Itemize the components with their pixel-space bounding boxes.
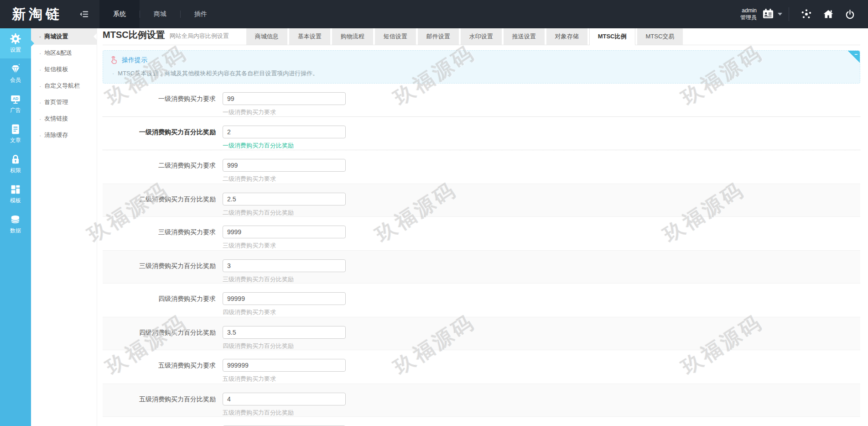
submenu-item-label: 清除缓存	[44, 131, 68, 139]
tab-购物流程[interactable]: 购物流程	[332, 28, 373, 45]
field-wrap: 一级消费购买力百分比奖励	[223, 126, 346, 150]
field-input-二级消费购买力百分比奖励[interactable]	[223, 193, 346, 205]
caret-down-icon[interactable]	[778, 13, 782, 16]
hand-pointer-icon	[109, 55, 118, 65]
submenu-item-地区&配送[interactable]: ·地区&配送	[31, 45, 97, 61]
power-icon[interactable]	[839, 9, 861, 20]
lock-icon	[10, 153, 21, 165]
field-input-一级消费购买力要求[interactable]	[223, 92, 346, 105]
field-hint: 四级消费购买力百分比奖励	[223, 342, 346, 350]
form-row: 二级消费购买力要求二级消费购买力要求	[103, 150, 860, 184]
field-label: 二级消费购买力要求	[103, 159, 216, 184]
tab-商城信息[interactable]: 商城信息	[246, 28, 287, 45]
field-label: 三级消费购买力百分比奖励	[103, 259, 216, 283]
user-role: 管理员	[740, 14, 757, 21]
settings-form: 一级消费购买力要求一级消费购买力要求一级消费购买力百分比奖励一级消费购买力百分比…	[103, 84, 860, 426]
notice-text: MTSC基本设置，商城及其他模块相关内容在其各自栏目设置项内进行操作。	[118, 70, 318, 77]
share-nodes-icon[interactable]	[795, 9, 817, 20]
submenu-item-商城设置[interactable]: ·商城设置	[31, 28, 97, 45]
top-menu-item-插件[interactable]: 插件	[181, 0, 221, 28]
field-label: 四级消费购买力要求	[103, 292, 216, 317]
home-icon[interactable]	[817, 9, 839, 20]
page-title: MTSC比例设置	[103, 29, 165, 41]
top-bar: 新淘链 系统商城插件 admin 管理员	[0, 0, 868, 28]
menu-fold-icon[interactable]	[73, 0, 96, 28]
tab-MTSC交易[interactable]: MTSC交易	[637, 28, 683, 45]
tab-对象存储[interactable]: 对象存储	[546, 28, 587, 45]
field-label: 三级消费购买力要求	[103, 226, 216, 250]
tab-短信设置[interactable]: 短信设置	[375, 28, 416, 45]
field-input-五级消费购买力百分比奖励[interactable]	[223, 393, 346, 405]
form-row: 四级消费购买力要求四级消费购买力要求	[103, 284, 860, 317]
tab-推送设置[interactable]: 推送设置	[504, 28, 545, 45]
field-input-三级消费购买力百分比奖励[interactable]	[223, 259, 346, 272]
submenu-item-label: 地区&配送	[44, 49, 72, 57]
topbar-divider	[789, 7, 789, 21]
field-input-五级消费购买力要求[interactable]	[223, 359, 346, 372]
sidebar-item-label: 广告	[10, 106, 21, 114]
field-wrap: 四级消费购买力百分比奖励	[223, 326, 346, 350]
field-wrap: 三级消费购买力百分比奖励	[223, 259, 346, 283]
field-wrap: 五级消费购买力要求	[223, 359, 346, 384]
sidebar-item-会员[interactable]: 会员	[0, 58, 31, 89]
sidebar-item-label: 权限	[10, 167, 21, 174]
field-wrap: 五级消费购买力百分比奖励	[223, 393, 346, 416]
field-hint: 五级消费购买力要求	[223, 375, 346, 383]
form-row: 五级消费购买力要求五级消费购买力要求	[103, 350, 860, 384]
field-input-四级消费购买力百分比奖励[interactable]	[223, 326, 346, 339]
form-row: 一级消费购买力要求一级消费购买力要求	[103, 84, 860, 117]
submenu-item-友情链接[interactable]: ·友情链接	[31, 110, 97, 127]
notice-header: 操作提示	[109, 55, 842, 65]
gem-icon	[10, 63, 21, 75]
field-hint: 三级消费购买力要求	[223, 242, 346, 250]
page-subtitle: 网站全局内容比例设置	[170, 32, 229, 40]
sidebar-item-数据[interactable]: 数据	[0, 209, 31, 239]
content-area: MTSC比例设置 网站全局内容比例设置 商城信息基本设置购物流程短信设置邮件设置…	[97, 28, 868, 426]
field-input-四级消费购买力要求[interactable]	[223, 292, 346, 305]
submenu-item-label: 自定义导航栏	[44, 82, 80, 90]
tab-邮件设置[interactable]: 邮件设置	[418, 28, 459, 45]
user-name: admin	[740, 7, 757, 14]
field-label: 二级消费购买力百分比奖励	[103, 193, 216, 216]
gear-icon	[10, 33, 21, 45]
tab-MTSC比例[interactable]: MTSC比例	[589, 28, 635, 45]
field-label: 五级消费购买力百分比奖励	[103, 393, 216, 416]
top-menu-item-系统[interactable]: 系统	[99, 0, 140, 28]
form-row	[103, 417, 860, 426]
field-input-一级消费购买力百分比奖励[interactable]	[223, 126, 346, 138]
submenu-item-label: 短信模板	[44, 65, 68, 74]
topbar-right: admin 管理员	[740, 0, 868, 28]
field-input-三级消费购买力要求[interactable]	[223, 226, 346, 238]
document-icon	[10, 123, 21, 135]
submenu-item-短信模板[interactable]: ·短信模板	[31, 61, 97, 78]
field-hint: 四级消费购买力要求	[223, 308, 346, 316]
sidebar-item-设置[interactable]: 设置	[0, 28, 31, 58]
menu-fold-glyph	[79, 9, 89, 19]
sidebar-item-模板[interactable]: 模板	[0, 179, 31, 209]
submenu-bullet: ·	[39, 116, 41, 122]
sidebar-item-文章[interactable]: 文章	[0, 119, 31, 149]
primary-sidebar: 设置会员AD广告文章权限模板数据	[0, 28, 31, 426]
top-menu-item-商城[interactable]: 商城	[140, 0, 180, 28]
sidebar-item-label: 设置	[10, 46, 21, 54]
field-label: 一级消费购买力要求	[103, 92, 216, 116]
collapse-minus-glyph: −	[854, 51, 858, 58]
id-card-icon[interactable]	[761, 8, 775, 20]
submenu-item-清除缓存[interactable]: ·清除缓存	[31, 127, 97, 143]
submenu-item-自定义导航栏[interactable]: ·自定义导航栏	[31, 78, 97, 94]
settings-tabs: 商城信息基本设置购物流程短信设置邮件设置水印设置推送设置对象存储MTSC比例MT…	[246, 28, 685, 45]
svg-text:AD: AD	[13, 96, 19, 101]
field-hint: 二级消费购买力百分比奖励	[223, 209, 346, 217]
form-row: 五级消费购买力百分比奖励五级消费购买力百分比奖励	[103, 384, 860, 417]
field-input-二级消费购买力要求[interactable]	[223, 159, 346, 172]
notice-title: 操作提示	[122, 56, 147, 64]
submenu-item-首页管理[interactable]: ·首页管理	[31, 94, 97, 110]
tab-水印设置[interactable]: 水印设置	[461, 28, 502, 45]
sidebar-item-广告[interactable]: AD广告	[0, 89, 31, 119]
field-wrap: 一级消费购买力要求	[223, 92, 346, 116]
sidebar-item-权限[interactable]: 权限	[0, 149, 31, 179]
notice-collapse-button[interactable]: −	[848, 51, 860, 63]
sidebar-item-label: 会员	[10, 76, 21, 84]
tab-基本设置[interactable]: 基本设置	[289, 28, 330, 45]
secondary-sidebar: ·商城设置·地区&配送·短信模板·自定义导航栏·首页管理·友情链接·清除缓存	[31, 28, 97, 426]
